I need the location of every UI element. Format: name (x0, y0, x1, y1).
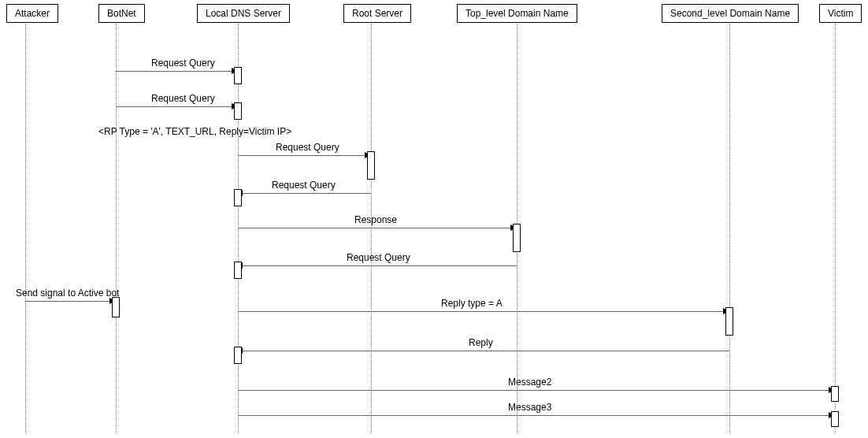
participant-botnet: BotNet (98, 4, 145, 23)
participant-tld: Top_level Domain Name (457, 4, 577, 23)
msg-label-9: Reply (469, 337, 493, 348)
lifeline-sld (729, 24, 730, 433)
msg-label-3: Request Query (276, 142, 339, 153)
msg-label-10: Message2 (508, 377, 551, 388)
activation-localdns-1 (234, 67, 242, 84)
lifeline-attacker (25, 24, 26, 433)
participant-root: Root Server (343, 4, 411, 23)
msg-label-7: Send signal to Active bot (16, 288, 119, 299)
msg-label-8: Reply type = A (441, 298, 503, 309)
lifeline-victim (835, 24, 836, 433)
msg-line-9 (242, 351, 729, 351)
activation-localdns-5 (234, 347, 242, 364)
participant-victim: Victim (819, 4, 862, 23)
msg-line-11 (238, 415, 831, 416)
lifeline-root (371, 24, 372, 433)
msg-label-2: Request Query (151, 93, 215, 104)
msg-line-6 (242, 265, 517, 266)
activation-sld-1 (725, 307, 733, 336)
participant-attacker: Attacker (6, 4, 58, 23)
msg-line-10 (238, 390, 831, 391)
activation-root-1 (367, 151, 375, 180)
activation-localdns-2 (234, 102, 242, 120)
msg-line-1 (116, 71, 234, 72)
msg-label-4: Request Query (272, 180, 336, 191)
note-rp-type: <RP Type = 'A', TEXT_URL, Reply=Victim I… (98, 126, 291, 137)
lifeline-botnet (116, 24, 117, 433)
activation-tld-1 (513, 224, 521, 252)
msg-line-8 (238, 311, 725, 312)
participant-sld: Second_level Domain Name (662, 4, 799, 23)
participant-local-dns: Local DNS Server (197, 4, 290, 23)
activation-victim-1 (831, 386, 839, 402)
msg-label-6: Request Query (347, 252, 410, 263)
activation-localdns-3 (234, 189, 242, 206)
msg-line-5 (238, 228, 513, 228)
activation-botnet-1 (112, 297, 120, 317)
lifeline-local-dns (238, 24, 239, 433)
msg-line-2 (116, 106, 234, 107)
msg-label-11: Message3 (508, 402, 551, 413)
msg-label-1: Request Query (151, 58, 215, 69)
msg-line-7 (25, 301, 112, 302)
activation-localdns-4 (234, 262, 242, 279)
msg-line-4 (242, 193, 371, 194)
activation-victim-2 (831, 411, 839, 427)
msg-label-5: Response (354, 214, 397, 225)
msg-line-3 (238, 155, 367, 156)
